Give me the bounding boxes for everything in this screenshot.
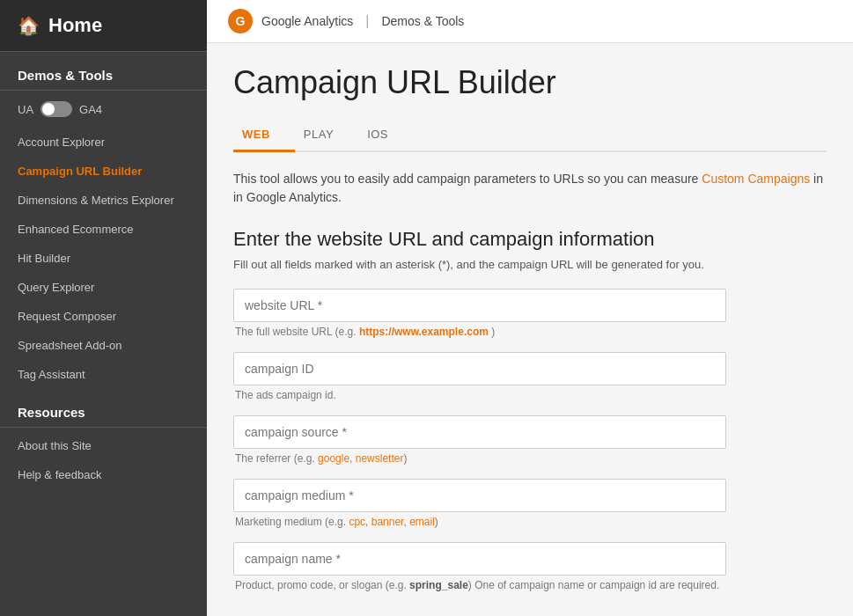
- ua-ga4-toggle[interactable]: [40, 101, 72, 117]
- sidebar-divider-1: [0, 90, 207, 91]
- description-text-1: This tool allows you to easily add campa…: [233, 172, 698, 186]
- demos-tools-heading: Demos & Tools: [0, 52, 207, 90]
- main-content: G Google Analytics | Demos & Tools Campa…: [207, 0, 853, 616]
- website-url-input[interactable]: [233, 289, 726, 322]
- sidebar-item-tag-assistant[interactable]: Tag Assistant: [0, 360, 207, 389]
- ga4-label: GA4: [79, 103, 102, 116]
- form-group-website-url: The full website URL (e.g. https://www.e…: [233, 289, 827, 338]
- sidebar-item-spreadsheet-addon[interactable]: Spreadsheet Add-on: [0, 331, 207, 360]
- home-label: Home: [48, 14, 102, 37]
- ua-label: UA: [18, 103, 33, 116]
- campaign-id-hint: The ads campaign id.: [233, 389, 827, 401]
- sidebar-item-help-feedback[interactable]: Help & feedback: [0, 460, 207, 489]
- website-url-hint: The full website URL (e.g. https://www.e…: [233, 326, 827, 338]
- custom-campaigns-link[interactable]: Custom Campaigns: [702, 172, 810, 186]
- ga-logo-text: G: [236, 14, 246, 28]
- sidebar-item-dimensions-metrics[interactable]: Dimensions & Metrics Explorer: [0, 186, 207, 215]
- campaign-source-hint: The referrer (e.g. google, newsletter): [233, 452, 827, 465]
- tab-play[interactable]: PLAY: [295, 119, 358, 152]
- home-icon: 🏠: [18, 15, 40, 36]
- campaign-name-input[interactable]: [233, 542, 726, 576]
- resources-heading: Resources: [0, 389, 207, 427]
- campaign-medium-hint: Marketing medium (e.g. cpc, banner, emai…: [233, 516, 827, 528]
- sidebar-item-account-explorer[interactable]: Account Explorer: [0, 128, 207, 157]
- newsletter-link[interactable]: newsletter: [356, 452, 404, 465]
- tab-web[interactable]: WEB: [233, 119, 295, 152]
- form-group-campaign-medium: Marketing medium (e.g. cpc, banner, emai…: [233, 479, 827, 528]
- sidebar-item-campaign-url-builder[interactable]: Campaign URL Builder: [0, 157, 207, 186]
- ga-logo: G: [228, 9, 253, 33]
- toggle-knob: [42, 103, 55, 115]
- ua-ga4-toggle-row: UA GA4: [0, 94, 207, 128]
- description-text-2: in: [813, 172, 823, 186]
- cpc-link[interactable]: cpc: [349, 516, 365, 528]
- home-link[interactable]: 🏠 Home: [0, 0, 207, 52]
- top-bar: G Google Analytics | Demos & Tools: [207, 0, 853, 43]
- campaign-id-input[interactable]: [233, 352, 726, 385]
- sidebar-item-request-composer[interactable]: Request Composer: [0, 302, 207, 331]
- description: This tool allows you to easily add campa…: [233, 170, 827, 207]
- sidebar-item-enhanced-ecommerce[interactable]: Enhanced Ecommerce: [0, 215, 207, 244]
- tab-bar: WEB PLAY IOS: [233, 119, 827, 152]
- email-link[interactable]: email: [409, 516, 435, 528]
- description-text-3: in Google Analytics.: [233, 190, 342, 204]
- sidebar-item-query-explorer[interactable]: Query Explorer: [0, 273, 207, 302]
- example-url-link[interactable]: https://www.example.com: [359, 326, 489, 338]
- pipe-divider: |: [365, 13, 369, 29]
- google-link[interactable]: google: [318, 452, 349, 465]
- ga-label: Google Analytics: [261, 14, 353, 28]
- form-section-title: Enter the website URL and campaign infor…: [233, 228, 827, 251]
- sidebar-divider-2: [0, 427, 207, 428]
- tab-ios[interactable]: IOS: [358, 119, 413, 152]
- campaign-source-input[interactable]: [233, 415, 726, 449]
- form-group-campaign-source: The referrer (e.g. google, newsletter): [233, 415, 827, 465]
- form-subtitle: Fill out all fields marked with an aster…: [233, 258, 827, 271]
- sidebar-item-hit-builder[interactable]: Hit Builder: [0, 244, 207, 273]
- demos-tools-label: Demos & Tools: [381, 14, 464, 28]
- form-group-campaign-id: The ads campaign id.: [233, 352, 827, 401]
- campaign-medium-input[interactable]: [233, 479, 726, 512]
- form-group-campaign-name: Product, promo code, or slogan (e.g. spr…: [233, 542, 827, 591]
- sidebar-item-about-site[interactable]: About this Site: [0, 431, 207, 460]
- page-title: Campaign URL Builder: [233, 64, 827, 101]
- campaign-name-hint: Product, promo code, or slogan (e.g. spr…: [233, 579, 827, 591]
- sidebar: 🏠 Home Demos & Tools UA GA4 Account Expl…: [0, 0, 207, 616]
- content-area: Campaign URL Builder WEB PLAY IOS This t…: [207, 43, 853, 616]
- banner-link[interactable]: banner: [371, 516, 404, 528]
